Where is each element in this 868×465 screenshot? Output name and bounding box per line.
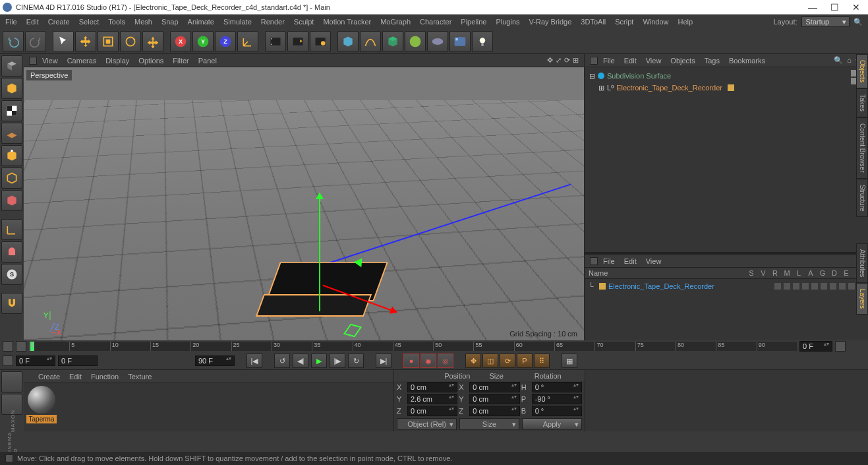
pos-y-field[interactable]: 2.6 cm▴▾ — [407, 394, 457, 404]
move-tool[interactable] — [75, 31, 96, 52]
menu-mograph[interactable]: MoGraph — [380, 18, 411, 26]
key-pla-button[interactable]: ⠿ — [534, 354, 550, 368]
render-settings-button[interactable] — [310, 31, 331, 52]
menu-edit[interactable]: Edit — [26, 18, 39, 26]
size-y-field[interactable]: 0 cm▴▾ — [469, 394, 519, 404]
make-editable-button[interactable] — [1, 55, 22, 77]
flag-icon[interactable] — [774, 283, 781, 290]
menu-animate[interactable]: Animate — [188, 18, 214, 26]
mat-menu-create[interactable]: Create — [38, 373, 60, 381]
menu-plugins[interactable]: Plugins — [496, 18, 519, 26]
menu-help[interactable]: Help — [678, 18, 693, 26]
tab-attributes[interactable]: Attributes — [856, 243, 868, 283]
menu-render[interactable]: Render — [261, 18, 285, 26]
render-picture-button[interactable] — [287, 31, 308, 52]
rot-p-field[interactable]: -90 °▴▾ — [532, 394, 582, 404]
deformer-button[interactable] — [405, 31, 426, 52]
texture-mode-button[interactable] — [1, 100, 22, 121]
tab-structure[interactable]: Structure — [856, 179, 868, 218]
key-param-button[interactable]: P — [517, 354, 533, 368]
coord-system-button[interactable] — [237, 31, 258, 52]
attr-menu-edit[interactable]: Edit — [624, 257, 637, 265]
attr-name-header[interactable]: Name — [589, 269, 608, 277]
object-tree[interactable]: ⊟ Subdivision Surface ⊞ L⁰ Electronic_Ta… — [585, 67, 868, 252]
attr-menu-view[interactable]: View — [646, 257, 662, 265]
search-icon[interactable]: 🔍 — [854, 18, 863, 26]
mat-menu-function[interactable]: Function — [91, 373, 119, 381]
expand-icon[interactable]: ⊟ — [589, 72, 595, 80]
timeline-track[interactable]: 051015202530354045505560657075808590 — [29, 342, 797, 351]
flag-icon[interactable] — [802, 283, 809, 290]
timeline-lock-icon[interactable] — [16, 341, 26, 352]
range-end-field[interactable]: 0 F▴▾ — [799, 341, 832, 352]
maximize-button[interactable]: ☐ — [830, 2, 839, 13]
layer-row[interactable]: └ Electronic_Tape_Deck_Recorder — [589, 280, 864, 292]
mat-menu-texture[interactable]: Texture — [128, 373, 152, 381]
timeline-settings-icon[interactable] — [835, 341, 846, 352]
environment-button[interactable] — [427, 31, 448, 52]
vp-zoom-icon[interactable]: ⤢ — [556, 56, 562, 65]
flag-icon[interactable] — [784, 283, 790, 290]
key-scale-button[interactable]: ◫ — [482, 354, 498, 368]
lastused-tool[interactable] — [142, 31, 163, 52]
grip-icon[interactable] — [5, 454, 13, 462]
key-pos-button[interactable]: ✥ — [465, 354, 481, 368]
om-home-icon[interactable]: ⌂ — [847, 56, 852, 65]
expand-icon[interactable]: ⊞ — [598, 84, 604, 92]
scale-tool[interactable] — [98, 31, 119, 52]
edges-mode-button[interactable] — [1, 168, 22, 189]
coord-mode-select[interactable]: Object (Rel) — [397, 418, 457, 430]
menu-character[interactable]: Character — [420, 18, 451, 26]
vp-rotate-icon[interactable]: ⟳ — [564, 56, 570, 65]
menu-pipeline[interactable]: Pipeline — [461, 18, 486, 26]
material-preview-icon[interactable] — [28, 386, 55, 414]
flag-icon[interactable] — [811, 283, 818, 290]
current-frame-field[interactable]: 0 F — [58, 356, 98, 366]
minimize-button[interactable]: — — [808, 2, 817, 13]
end-frame-field[interactable]: 90 F▴▾ — [195, 356, 235, 366]
rot-b-field[interactable]: 0 °▴▾ — [532, 406, 582, 416]
attr-menu-file[interactable]: File — [603, 257, 615, 265]
flag-icon[interactable] — [839, 283, 846, 290]
tab-takes[interactable]: Takes — [856, 88, 868, 117]
model-mode-button[interactable] — [1, 78, 22, 99]
apply-button[interactable]: Apply — [522, 418, 582, 430]
key-rot-button[interactable]: ⟳ — [500, 354, 515, 368]
workplane-button[interactable] — [1, 123, 22, 144]
viewport-solo-button[interactable] — [1, 241, 22, 263]
goto-start-button[interactable]: |◀ — [246, 354, 262, 368]
om-menu-file[interactable]: File — [603, 57, 615, 65]
menu-file[interactable]: File — [5, 18, 17, 26]
attribute-manager-body[interactable] — [585, 370, 868, 431]
vp-menu-options[interactable]: Options — [138, 57, 163, 65]
flag-icon[interactable] — [848, 283, 855, 290]
axis-z-toggle[interactable]: Z — [215, 31, 236, 52]
tab-content-browser[interactable]: Content Browser — [856, 117, 868, 178]
vp-menu-view[interactable]: View — [42, 57, 58, 65]
bottom-tool-1[interactable] — [1, 371, 22, 392]
timeline-window-button[interactable]: ▦ — [562, 354, 577, 368]
magnet-button[interactable] — [1, 293, 22, 314]
tab-layers[interactable]: Layers — [856, 283, 868, 315]
om-menu-edit[interactable]: Edit — [624, 57, 637, 65]
polygons-mode-button[interactable] — [1, 190, 22, 211]
vp-menu-panel[interactable]: Panel — [198, 57, 217, 65]
menu-create[interactable]: Create — [48, 18, 70, 26]
axis-button[interactable] — [1, 219, 22, 240]
layer-list[interactable]: └ Electronic_Tape_Deck_Recorder — [585, 279, 868, 340]
prev-key-button[interactable]: ↺ — [274, 354, 290, 368]
material-item[interactable]: Taperma — [26, 386, 57, 423]
next-frame-button[interactable]: |▶ — [330, 354, 345, 368]
points-mode-button[interactable] — [1, 145, 22, 166]
vp-menu-cameras[interactable]: Cameras — [67, 57, 97, 65]
prev-frame-button[interactable]: ◀| — [293, 354, 308, 368]
grip-icon[interactable] — [29, 57, 37, 65]
flag-icon[interactable] — [821, 283, 827, 290]
menu-simulate[interactable]: Simulate — [223, 18, 252, 26]
om-menu-tags[interactable]: Tags — [705, 57, 720, 65]
camera-button[interactable] — [449, 31, 471, 52]
scene-object[interactable] — [268, 259, 386, 318]
axis-y-toggle[interactable]: Y — [192, 31, 214, 52]
record-button[interactable]: ● — [403, 354, 419, 368]
layer-color-icon[interactable] — [599, 283, 606, 290]
